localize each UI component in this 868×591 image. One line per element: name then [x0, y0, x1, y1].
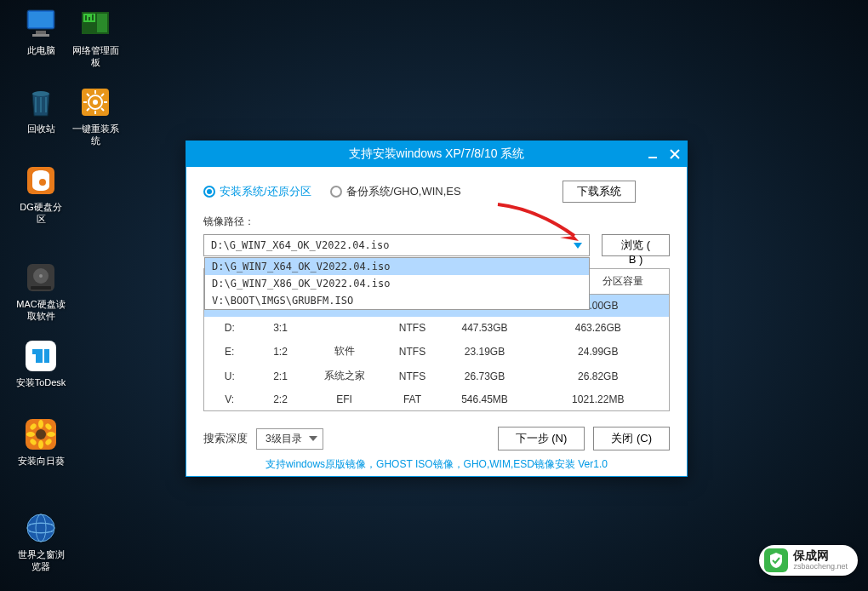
download-system-button[interactable]: 下载系统	[562, 181, 636, 203]
titlebar: 支持安装windows XP/7/8/10 系统	[186, 141, 687, 167]
svg-point-15	[39, 179, 46, 186]
svg-point-23	[36, 429, 46, 439]
dropdown-item[interactable]: D:\G_WIN7_X64_OK_V2022.04.iso	[205, 258, 589, 275]
search-depth-label: 搜索深度	[203, 431, 248, 446]
image-path-dropdown: D:\G_WIN7_X64_OK_V2022.04.iso D:\G_WIN7_…	[204, 257, 590, 310]
svg-point-18	[39, 274, 43, 278]
trash-icon	[24, 85, 58, 119]
table-row[interactable]: D:3:1NTFS447.53GB463.26GB	[204, 317, 670, 339]
svg-rect-9	[92, 14, 94, 20]
minimize-button[interactable]	[646, 147, 660, 161]
desktop-icon-recycle-bin[interactable]: 回收站	[15, 85, 66, 135]
desktop-icon-todesk[interactable]: 安装ToDesk	[15, 339, 66, 388]
svg-point-10	[32, 91, 49, 96]
svg-rect-2	[36, 31, 46, 34]
chevron-down-icon	[574, 243, 582, 249]
desktop-icon-this-pc[interactable]: 此电脑	[15, 7, 66, 56]
sunflower-icon	[24, 417, 58, 451]
image-path-combobox[interactable]: D:\G_WIN7_X64_OK_V2022.04.iso D:\G_WIN7_…	[203, 234, 590, 256]
installer-window: 支持安装windows XP/7/8/10 系统 安装系统/还原分区 备份系统/…	[186, 141, 688, 477]
svg-rect-3	[32, 34, 49, 37]
svg-rect-6	[97, 14, 107, 32]
svg-point-27	[47, 432, 55, 437]
svg-rect-8	[89, 17, 90, 20]
browse-button[interactable]: 浏览 ( B )	[602, 234, 670, 256]
image-path-label: 镜像路径：	[203, 215, 670, 229]
disk-icon	[24, 164, 58, 198]
globe-icon	[24, 511, 58, 545]
window-title: 支持安装windows XP/7/8/10 系统	[349, 146, 525, 162]
watermark: 保成网 zsbaocheng.net	[759, 545, 858, 576]
svg-rect-21	[44, 349, 49, 363]
svg-rect-36	[648, 157, 657, 158]
network-icon	[78, 7, 112, 41]
desktop-icon-sunflower[interactable]: 安装向日葵	[15, 417, 66, 467]
close-button[interactable]	[668, 147, 682, 161]
table-row[interactable]: U:2:1系统之家NTFS26.73GB26.82GB	[204, 364, 670, 388]
svg-point-13	[93, 100, 98, 105]
table-row[interactable]: E:1:2软件NTFS23.19GB24.99GB	[204, 339, 670, 364]
svg-rect-1	[29, 12, 53, 27]
next-button[interactable]: 下一步 (N)	[498, 427, 585, 450]
gear-box-icon	[78, 85, 112, 119]
desktop-icon-browser[interactable]: 世界之窗浏览器	[15, 511, 66, 573]
svg-point-26	[26, 432, 35, 437]
chevron-down-icon	[309, 436, 317, 441]
monitor-icon	[24, 7, 58, 41]
footer-text: 支持windows原版镜像，GHOST ISO镜像，GHO,WIM,ESD镜像安…	[203, 450, 670, 477]
close-dialog-button[interactable]: 关闭 (C)	[593, 427, 670, 450]
svg-rect-19	[31, 286, 51, 290]
hdd-icon	[24, 261, 58, 295]
radio-backup[interactable]: 备份系统/GHO,WIN,ES	[330, 184, 461, 199]
search-depth-select[interactable]: 3级目录	[256, 428, 323, 450]
desktop-icon-network-panel[interactable]: 网络管理面板	[70, 7, 121, 69]
dropdown-item[interactable]: D:\G_WIN7_X86_OK_V2022.04.iso	[205, 275, 589, 292]
todesk-icon	[24, 339, 58, 373]
shield-icon	[764, 548, 788, 572]
svg-point-25	[38, 440, 43, 449]
desktop-icon-reinstall[interactable]: 一键重装系统	[70, 85, 121, 147]
table-row[interactable]: V:2:2EFIFAT546.45MB1021.22MB	[204, 388, 670, 411]
dropdown-item[interactable]: V:\BOOT\IMGS\GRUBFM.ISO	[205, 292, 589, 309]
svg-point-24	[38, 420, 43, 428]
radio-install-restore[interactable]: 安装系统/还原分区	[203, 184, 311, 199]
svg-rect-7	[85, 15, 87, 20]
desktop-icon-mac-disk[interactable]: MAC硬盘读取软件	[15, 261, 66, 323]
desktop-icon-dg-partition[interactable]: DG硬盘分区	[15, 164, 66, 226]
